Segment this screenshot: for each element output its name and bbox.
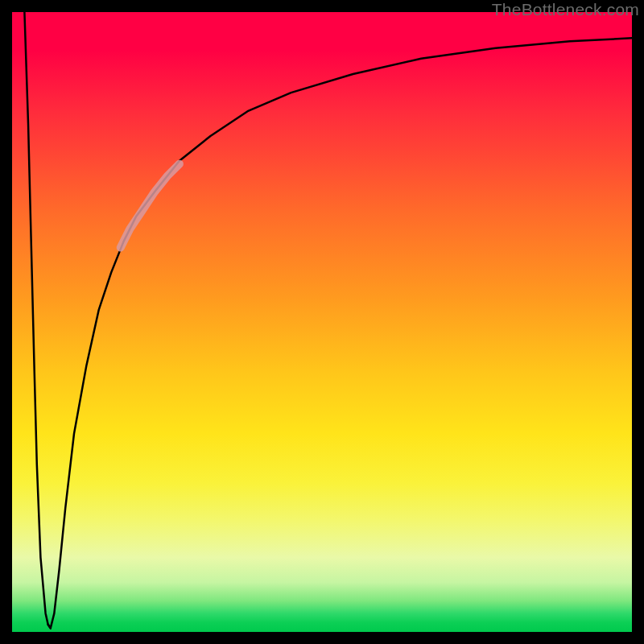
curve-highlight [121, 164, 180, 248]
chart-frame: TheBottleneck.com [0, 0, 644, 644]
curve-main [48, 38, 632, 628]
watermark-text: TheBottleneck.com [492, 0, 639, 19]
curve-group [24, 12, 632, 628]
curve-left-spike [24, 12, 50, 628]
chart-curves-svg [12, 12, 632, 632]
